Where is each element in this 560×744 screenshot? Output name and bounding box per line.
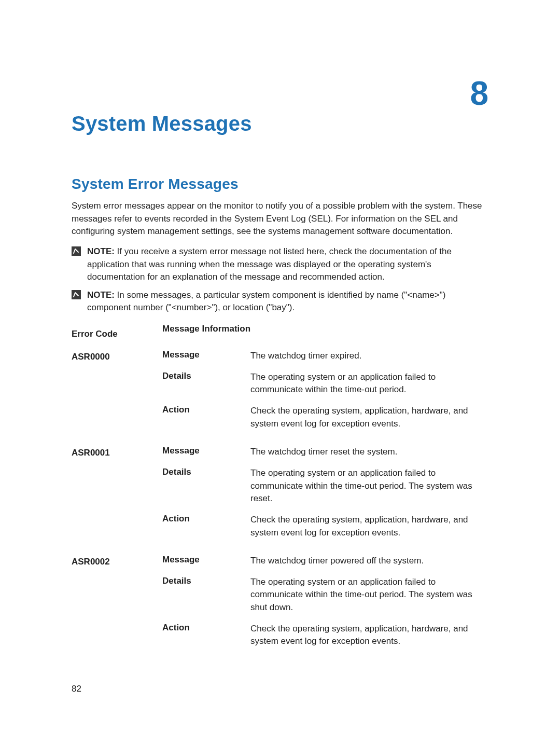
error-body: Message The watchdog timer reset the sys… (162, 443, 488, 544)
kv-key-details: Details (162, 467, 250, 505)
page-title: System Messages (72, 112, 488, 135)
kv-key-message: Message (162, 350, 250, 363)
kv-key-message: Message (162, 446, 250, 459)
kv-row: Message The watchdog timer powered off t… (162, 552, 488, 573)
kv-key-action: Action (162, 514, 250, 539)
kv-key-action: Action (162, 405, 250, 430)
table-row: ASR0000 Message The watchdog timer expir… (72, 347, 488, 435)
note-text: NOTE: If you receive a system error mess… (87, 245, 488, 284)
kv-row: Details The operating system or an appli… (162, 368, 488, 402)
error-code: ASR0001 (72, 443, 162, 544)
kv-row: Details The operating system or an appli… (162, 464, 488, 511)
kv-val-action: Check the operating system, application,… (250, 514, 488, 539)
kv-val-action: Check the operating system, application,… (250, 405, 488, 430)
kv-row: Details The operating system or an appli… (162, 573, 488, 619)
note-body: If you receive a system error message no… (87, 246, 452, 282)
header-message-info: Message Information (162, 324, 250, 339)
error-table: Error Code Message Information ASR0000 M… (72, 324, 488, 653)
table-row: ASR0002 Message The watchdog timer power… (72, 552, 488, 653)
kv-val-message: The watchdog timer expired. (250, 350, 488, 363)
kv-key-message: Message (162, 555, 250, 568)
kv-val-action: Check the operating system, application,… (250, 623, 488, 648)
table-header: Error Code Message Information (72, 324, 488, 339)
note-body: In some messages, a particular system co… (87, 290, 445, 313)
kv-row: Action Check the operating system, appli… (162, 402, 488, 435)
kv-row: Message The watchdog timer expired. (162, 347, 488, 368)
page-number: 82 (72, 684, 81, 694)
note-row: NOTE: In some messages, a particular sys… (72, 289, 488, 314)
kv-val-message: The watchdog timer powered off the syste… (250, 555, 488, 568)
kv-val-message: The watchdog timer reset the system. (250, 446, 488, 459)
note-label: NOTE: (87, 246, 115, 256)
kv-val-details: The operating system or an application f… (250, 467, 488, 505)
note-text: NOTE: In some messages, a particular sys… (87, 289, 488, 314)
kv-key-details: Details (162, 371, 250, 396)
note-row: NOTE: If you receive a system error mess… (72, 245, 488, 284)
note-label: NOTE: (87, 290, 115, 300)
svg-rect-0 (72, 246, 81, 256)
error-body: Message The watchdog timer expired. Deta… (162, 347, 488, 435)
kv-row: Action Check the operating system, appli… (162, 511, 488, 544)
header-error-code: Error Code (72, 324, 162, 339)
error-code: ASR0002 (72, 552, 162, 653)
kv-key-action: Action (162, 623, 250, 648)
kv-key-details: Details (162, 576, 250, 614)
svg-rect-1 (72, 290, 81, 299)
error-code: ASR0000 (72, 347, 162, 435)
note-icon (72, 290, 81, 299)
kv-val-details: The operating system or an application f… (250, 576, 488, 614)
error-body: Message The watchdog timer powered off t… (162, 552, 488, 653)
document-page: 8 System Messages System Error Messages … (0, 0, 560, 744)
section-heading: System Error Messages (72, 176, 488, 192)
table-row: ASR0001 Message The watchdog timer reset… (72, 443, 488, 544)
kv-row: Action Check the operating system, appli… (162, 619, 488, 653)
note-icon (72, 246, 81, 256)
intro-paragraph: System error messages appear on the moni… (72, 200, 488, 238)
kv-row: Message The watchdog timer reset the sys… (162, 443, 488, 464)
chapter-number: 8 (470, 77, 488, 110)
kv-val-details: The operating system or an application f… (250, 371, 488, 396)
